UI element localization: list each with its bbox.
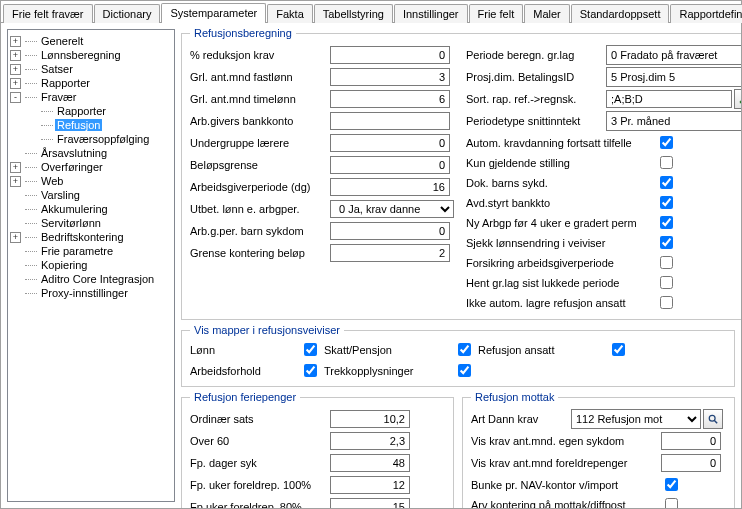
input-rm-vis-foreldre[interactable] [661,454,721,472]
input-grl-timelonn[interactable] [330,90,450,108]
tree-item-akkumulering[interactable]: Akkumulering [10,202,172,216]
expand-icon[interactable]: + [10,64,21,75]
lookup-rm-art-button[interactable] [703,409,723,429]
lbl-vm-refusjon: Refusjon ansatt [478,344,608,356]
chk-dok-barns[interactable] [660,176,673,189]
tree-item-web[interactable]: +Web [10,174,172,188]
collapse-icon[interactable]: - [10,92,21,103]
expand-icon[interactable]: + [10,176,21,187]
tree-item-frie-parametre[interactable]: Frie parametre [10,244,172,258]
chk-rm-bunke[interactable] [665,478,678,491]
chk-ikke-autom[interactable] [660,296,673,309]
tree-item-overf-ringer[interactable]: +Overføringer [10,160,172,174]
tab-frie-felt-fravær[interactable]: Frie felt fravær [3,4,93,23]
tab-systemparameter[interactable]: Systemparameter [161,3,266,23]
tree-item-generelt[interactable]: +Generelt [10,34,172,48]
input-rm-vis-egen[interactable] [661,432,721,450]
tree-item-l-nnsberegning[interactable]: +Lønnsberegning [10,48,172,62]
expand-icon[interactable]: + [10,50,21,61]
tree-item-proxy-innstillinger[interactable]: Proxy-innstillinger [10,286,172,300]
tree-item-servit-rl-nn[interactable]: Servitørlønn [10,216,172,230]
tree-label: Akkumulering [39,203,110,215]
chk-vm-skatt[interactable] [458,343,471,356]
lbl-rm-vis-egen: Vis krav ant.mnd. egen sykdom [471,435,661,447]
expand-icon[interactable]: + [10,232,21,243]
tab-dictionary[interactable]: Dictionary [94,4,161,23]
lbl-vm-lonn: Lønn [190,344,300,356]
chk-hent-grlag[interactable] [660,276,673,289]
tree-item-frav-r[interactable]: -Fravær [10,90,172,104]
tree-item-bedriftskontering[interactable]: +Bedriftskontering [10,230,172,244]
chk-avd-styrt[interactable] [660,196,673,209]
chk-vm-arbeidsforhold[interactable] [304,364,317,377]
input-grense-kontering[interactable] [330,244,450,262]
input-fp-over60[interactable] [330,432,410,450]
tree-label: Bedriftskontering [39,231,126,243]
tree-item--rsavslutning[interactable]: Årsavslutning [10,146,172,160]
chk-vm-lonn[interactable] [304,343,317,356]
chk-kun-gjeldende[interactable] [660,156,673,169]
tree-spacer [10,190,21,201]
tree-item-kopiering[interactable]: Kopiering [10,258,172,272]
expand-icon[interactable]: + [10,162,21,173]
chk-forsikring[interactable] [660,256,673,269]
edit-sort-rap-button[interactable] [734,89,741,109]
tree-spacer [26,120,37,131]
tab-maler[interactable]: Maler [524,4,570,23]
input-fp-uker100[interactable] [330,476,410,494]
lbl-vm-arbeidsforhold: Arbeidsforhold [190,365,300,377]
chk-sjekk-lonn[interactable] [660,236,673,249]
input-undergruppe[interactable] [330,134,450,152]
tree-item-refusjon[interactable]: Refusjon [26,118,172,132]
input-arbgper-barn[interactable] [330,222,450,240]
tree-item-rapporter[interactable]: Rapporter [26,104,172,118]
lbl-rm-vis-foreldre: Vis krav ant.mnd foreldrepenger [471,457,661,469]
select-periode-beregn[interactable]: 0 Fradato på fraværet [606,45,741,65]
chk-vm-trekk[interactable] [458,364,471,377]
nav-tree[interactable]: +Generelt+Lønnsberegning+Satser+Rapporte… [7,29,175,502]
input-grl-fastlonn[interactable] [330,68,450,86]
tab-frie-felt[interactable]: Frie felt [469,4,524,23]
select-periodetype[interactable]: 3 Pr. måned [606,111,741,131]
input-fp-dager[interactable] [330,454,410,472]
input-fp-ordinaer[interactable] [330,410,410,428]
tree-item-frav-rsoppf-lging[interactable]: Fraværsoppfølging [26,132,172,146]
tree-item-aditro-core-integrasjon[interactable]: Aditro Core Integrasjon [10,272,172,286]
select-rm-art[interactable]: 112 Refusjon mot [571,409,701,429]
expand-icon[interactable]: + [10,36,21,47]
select-utbet-lonn[interactable]: 0 Ja, krav danne [330,200,454,218]
tree-label: Servitørlønn [39,217,103,229]
chk-rm-arv[interactable] [665,498,678,508]
lbl-grl-fastlonn: Grl. ant.mnd fastlønn [190,71,330,83]
tab-tabellstyring[interactable]: Tabellstyring [314,4,393,23]
tree-item-rapporter[interactable]: +Rapporter [10,76,172,90]
input-arb-bankkonto[interactable] [330,112,450,130]
tree-spacer [10,288,21,299]
chk-ny-arbgp[interactable] [660,216,673,229]
input-sort-rap[interactable] [606,90,732,108]
group-refusjon-mottak: Refusjon mottak Art Dann krav 112 Refusj… [462,391,735,508]
input-belopsgrense[interactable] [330,156,450,174]
tab-innstillinger[interactable]: Innstillinger [394,4,468,23]
lbl-fp-uker100: Fp. uker foreldrep. 100% [190,479,330,491]
tree-label: Overføringer [39,161,105,173]
tree-item-satser[interactable]: +Satser [10,62,172,76]
input-arbeidsgiverperiode[interactable] [330,178,450,196]
expand-icon[interactable]: + [10,78,21,89]
tree-label: Aditro Core Integrasjon [39,273,156,285]
select-prosj-dim[interactable]: 5 Prosj.dim 5 [606,67,741,87]
lbl-ny-arbgp: Ny Arbgp før 4 uker e gradert perm [466,217,656,229]
tree-item-varsling[interactable]: Varsling [10,188,172,202]
lbl-arbgper-barn: Arb.g.per. barn sykdom [190,225,330,237]
tab-rapportdefinisjoner-altinn[interactable]: Rapportdefinisjoner Altinn [670,4,742,23]
tab-standardoppsett[interactable]: Standardoppsett [571,4,670,23]
chk-vm-refusjon[interactable] [612,343,625,356]
input-pct-reduksjon[interactable] [330,46,450,64]
legend-refusjon-feriepenger: Refusjon feriepenger [190,391,300,403]
chk-autom-kravdanning[interactable] [660,136,673,149]
legend-refusjonsberegning: Refusjonsberegning [190,27,296,39]
lbl-fp-over60: Over 60 [190,435,330,447]
input-fp-uker80[interactable] [330,498,410,508]
lbl-belopsgrense: Beløpsgrense [190,159,330,171]
tab-fakta[interactable]: Fakta [267,4,313,23]
